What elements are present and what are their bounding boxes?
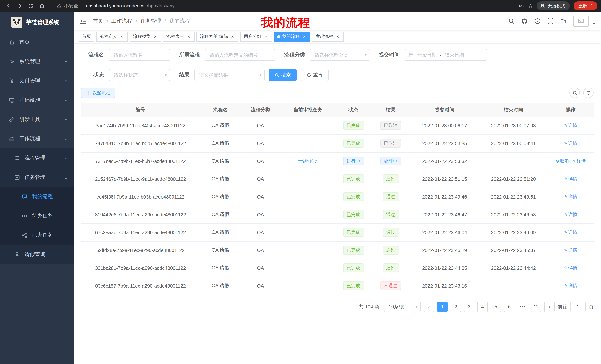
edit-icon: ✎ xyxy=(564,212,568,217)
tab-process-definition[interactable]: 流程定义× xyxy=(96,32,128,41)
browser-update-button[interactable]: 更新 ⋮ xyxy=(573,1,597,10)
process-category-select-input[interactable] xyxy=(310,49,370,61)
tab-home[interactable]: 首页 xyxy=(79,32,94,41)
detail-link[interactable]: ✎详情 xyxy=(573,158,586,163)
page-button-6[interactable]: 6 xyxy=(504,301,514,312)
close-icon[interactable]: × xyxy=(119,34,124,39)
result-select-input[interactable] xyxy=(194,69,265,81)
cell-process-name: OA 请假 xyxy=(200,259,241,277)
menu-fold-icon[interactable] xyxy=(80,18,87,25)
bookmark-star-icon[interactable]: ☆ xyxy=(528,3,533,9)
page-button-11[interactable]: 11 xyxy=(531,301,541,312)
key-icon[interactable] xyxy=(518,3,524,9)
sidebar-item-dev-tools[interactable]: 研发工具▾ xyxy=(0,110,74,129)
sidebar-item-payment[interactable]: 支付管理▾ xyxy=(0,71,74,91)
sidebar-item-todo-tasks[interactable]: 待办任务 xyxy=(0,206,74,226)
back-icon[interactable] xyxy=(4,1,13,11)
cell-result: 通过 xyxy=(371,188,410,206)
app-logo[interactable]: 芋道管理系统 xyxy=(0,12,74,33)
sidebar-item-workflow[interactable]: 工作流程▴ xyxy=(0,129,74,148)
next-page-button[interactable]: › xyxy=(544,301,555,312)
home-icon[interactable] xyxy=(37,1,47,11)
tab-start-process[interactable]: 发起流程× xyxy=(312,32,344,41)
close-icon[interactable]: × xyxy=(263,34,269,39)
tab-process-form[interactable]: 流程表单× xyxy=(163,32,195,41)
forward-icon[interactable] xyxy=(15,1,25,11)
breadcrumb-item[interactable]: 工作流程 xyxy=(111,18,132,25)
page-size-input[interactable] xyxy=(384,301,421,312)
close-icon[interactable]: × xyxy=(153,34,158,39)
avatar[interactable] xyxy=(573,16,589,27)
process-category-select[interactable]: ▾ xyxy=(310,49,370,61)
process-name-input[interactable] xyxy=(109,49,170,61)
incognito-label: 无痕模式 xyxy=(548,3,565,9)
sidebar-item-process-management[interactable]: 流程管理▾ xyxy=(0,148,74,168)
status-select-input[interactable] xyxy=(109,69,170,81)
cell-process-name: OA 请假 xyxy=(200,277,241,295)
detail-link[interactable]: ✎详情 xyxy=(564,194,577,199)
create-process-button[interactable]: 发起流程 xyxy=(81,87,115,98)
chevron-down-icon[interactable]: ▾ xyxy=(593,21,595,27)
close-icon[interactable]: × xyxy=(335,34,340,39)
address-bar[interactable]: 不安全 dashboard.yudao.iocoder.cn/bpm/task/… xyxy=(56,3,517,9)
page-button-5[interactable]: 5 xyxy=(491,301,501,312)
page-button-3[interactable]: 3 xyxy=(464,301,474,312)
detail-link[interactable]: ✎详情 xyxy=(564,265,577,270)
prev-page-button[interactable]: ‹ xyxy=(424,301,434,312)
parent-process-input[interactable] xyxy=(205,49,275,61)
reset-button[interactable]: 重置 xyxy=(300,69,329,81)
toggle-search-button[interactable] xyxy=(570,87,580,98)
tab-my-process[interactable]: 我的流程× xyxy=(274,32,310,41)
table-row: ec45f38f-7b9a-11ec-b03b-acde48001122OA 请… xyxy=(81,188,594,206)
search-icon[interactable] xyxy=(508,18,515,25)
sidebar-item-infrastructure[interactable]: 基础设施▾ xyxy=(0,91,74,110)
result-badge: 不通过 xyxy=(380,281,401,290)
detail-link[interactable]: ✎详情 xyxy=(564,176,577,181)
detail-link[interactable]: ✎详情 xyxy=(564,123,577,128)
table-row: 7317cec6-7b9b-11ec-b5b7-acde48001122OA 请… xyxy=(81,152,594,170)
breadcrumb-item[interactable]: 任务管理 xyxy=(140,18,161,25)
page-size-select[interactable]: ▾ xyxy=(384,301,421,312)
submit-time-range-picker[interactable]: 开始日期 - 结束日期 xyxy=(404,49,487,61)
sidebar-item-leave-query[interactable]: 请假查询 xyxy=(0,245,74,264)
sidebar-item-task-management[interactable]: 任务管理▴ xyxy=(0,168,74,187)
sidebar-item-system[interactable]: 系统管理▾ xyxy=(0,52,74,71)
detail-link[interactable]: ✎详情 xyxy=(564,140,577,146)
tab-process-form-edit[interactable]: 流程表单-编辑× xyxy=(197,32,239,41)
github-icon[interactable] xyxy=(521,18,528,25)
detail-link[interactable]: ✎详情 xyxy=(564,230,577,235)
help-icon[interactable]: ? xyxy=(534,18,541,25)
detail-link[interactable]: ✎详情 xyxy=(564,212,577,217)
cell-actions: ✎详情 xyxy=(548,241,594,259)
tab-user-group[interactable]: 用户分组× xyxy=(240,32,272,41)
fullscreen-icon[interactable] xyxy=(547,18,554,25)
close-icon[interactable]: × xyxy=(302,34,307,39)
status-select[interactable]: ▾ xyxy=(109,69,170,81)
sidebar-item-home[interactable]: 首页 xyxy=(0,33,74,52)
page-button-4[interactable]: 4 xyxy=(477,301,488,312)
detail-link[interactable]: ✎详情 xyxy=(564,247,577,252)
close-icon[interactable]: × xyxy=(230,34,235,39)
sidebar-item-done-tasks[interactable]: 已办任务 xyxy=(0,226,74,245)
tab-process-model[interactable]: 流程模型× xyxy=(130,32,161,41)
breadcrumb-item[interactable]: 首页 xyxy=(93,18,103,25)
sidebar-item-my-process[interactable]: 我的流程 xyxy=(0,187,74,206)
cell-id: 03c6c157-7b9a-11ec-a290-acde48001122 xyxy=(81,277,200,295)
goto-page-input[interactable] xyxy=(570,301,586,312)
page-button-2[interactable]: 2 xyxy=(451,301,461,312)
menu-dots-icon[interactable]: ⋮ xyxy=(589,3,594,9)
refresh-table-button[interactable] xyxy=(583,87,594,98)
task-link[interactable]: 一级审批 xyxy=(298,158,318,164)
reload-icon[interactable] xyxy=(26,1,36,11)
page-button-1[interactable]: 1 xyxy=(437,301,448,312)
column-header-category: 流程分类 xyxy=(241,103,280,116)
page-ellipsis[interactable]: ••• xyxy=(517,301,528,312)
warning-icon xyxy=(56,3,62,9)
detail-link[interactable]: ✎详情 xyxy=(564,283,577,288)
font-size-icon[interactable]: TT xyxy=(560,18,567,25)
result-select[interactable]: ▾ xyxy=(194,69,265,81)
cell-end-time: 2022-01-22 23:45:37 xyxy=(479,241,548,259)
search-button[interactable]: 搜索 xyxy=(269,69,297,81)
close-icon[interactable]: × xyxy=(186,34,191,39)
cancel-link[interactable]: ⊘取消 xyxy=(556,158,569,163)
